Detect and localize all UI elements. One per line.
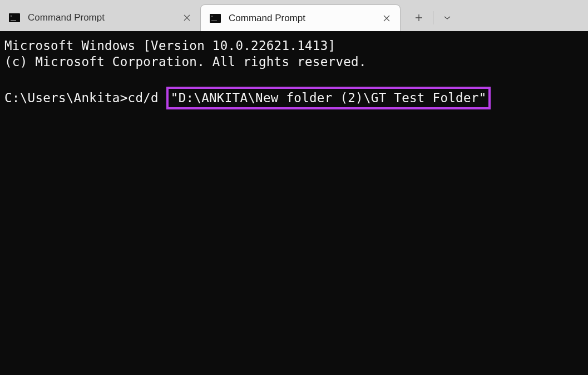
- highlighted-path: "D:\ANKITA\New folder (2)\GT Test Folder…: [166, 87, 491, 109]
- tab-title: Command Prompt: [28, 12, 180, 23]
- tab-dropdown-button[interactable]: [434, 7, 460, 28]
- close-tab-button[interactable]: [180, 11, 194, 24]
- terminal-icon: [210, 14, 221, 23]
- terminal-line-copyright: (c) Microsoft Corporation. All rights re…: [4, 54, 584, 70]
- terminal-icon: [9, 13, 20, 22]
- tab-bar: Command Prompt Command Prompt: [0, 0, 588, 31]
- terminal-content[interactable]: Microsoft Windows [Version 10.0.22621.14…: [0, 31, 588, 116]
- tab-command-prompt-2[interactable]: Command Prompt: [200, 4, 401, 31]
- divider: [433, 11, 433, 24]
- new-tab-button[interactable]: [406, 7, 432, 28]
- close-tab-button[interactable]: [380, 12, 393, 25]
- blank-line: [4, 71, 584, 87]
- tab-title: Command Prompt: [229, 13, 380, 24]
- prompt-prefix: C:\Users\Ankita>cd/d: [4, 90, 166, 106]
- terminal-line-version: Microsoft Windows [Version 10.0.22621.14…: [4, 38, 584, 54]
- terminal-prompt-line: C:\Users\Ankita>cd/d "D:\ANKITA\New fold…: [4, 87, 584, 109]
- tab-command-prompt-1[interactable]: Command Prompt: [0, 4, 200, 31]
- tab-controls: [406, 4, 460, 31]
